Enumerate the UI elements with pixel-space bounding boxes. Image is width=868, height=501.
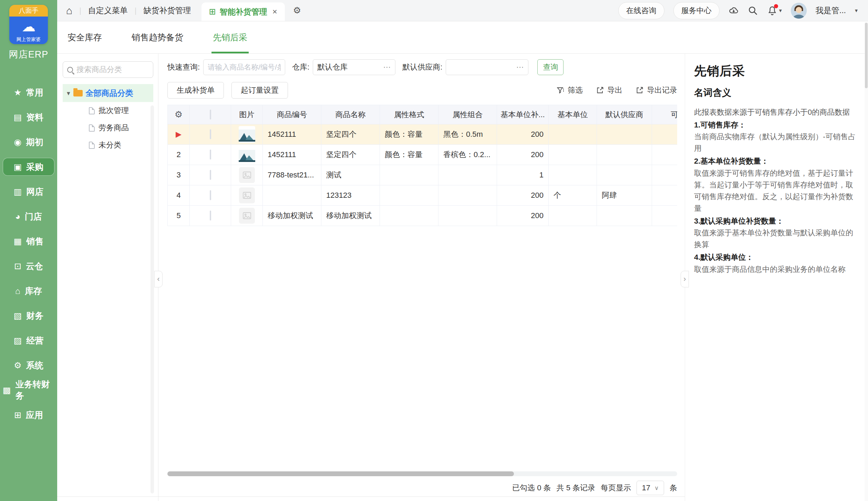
- active-tab-smart-replenish[interactable]: ⊞ 智能补货管理 ×: [202, 2, 285, 21]
- product-name: 网店ERP: [9, 48, 49, 61]
- user-avatar[interactable]: [791, 3, 807, 19]
- system-gear-icon: ⚙: [14, 360, 21, 370]
- active-tab-label: 智能补货管理: [220, 7, 267, 17]
- col-header-supplier[interactable]: 默认供应商: [597, 105, 652, 124]
- placeholder-image-icon: [239, 167, 255, 183]
- supplier-select[interactable]: ⋯: [446, 59, 528, 75]
- sidebar-item-online-shop[interactable]: ▥网店: [3, 183, 54, 201]
- tree-scrollbar[interactable]: [151, 105, 154, 493]
- category-search-box[interactable]: [63, 61, 153, 78]
- subtab-safety-stock[interactable]: 安全库存: [68, 21, 102, 53]
- col-header-base-qty[interactable]: 基本单位补...: [497, 105, 549, 124]
- sidebar-item-system[interactable]: ⚙系统: [3, 356, 54, 374]
- table-row[interactable]: 5 移动加权测试 移动加权测试 200: [168, 206, 678, 226]
- sidebar: 八面手 ☁ 网上管家婆 网店ERP ★常用 ▤资料 ◉期初 ▣采购 ▥网店 ◕门…: [0, 0, 57, 501]
- user-caret-icon[interactable]: ▾: [855, 7, 858, 14]
- sidebar-item-common[interactable]: ★常用: [3, 83, 54, 101]
- sidebar-item-apps[interactable]: ⊞应用: [3, 406, 54, 424]
- col-header-code[interactable]: 商品编号: [263, 105, 321, 124]
- home-icon[interactable]: ⌂: [66, 5, 72, 17]
- notifications[interactable]: ▾: [767, 6, 782, 16]
- collapse-right-handle[interactable]: ›: [681, 271, 689, 287]
- table-row[interactable]: ▶ 1452111 坚定四个 颜色：容量 黑色：0.5m 200: [168, 124, 678, 145]
- page-scrollbar[interactable]: [865, 22, 868, 501]
- folder-icon: [73, 90, 83, 96]
- sidebar-item-inventory[interactable]: ⌂库存: [3, 282, 54, 300]
- sidebar-item-operation[interactable]: ▨经营: [3, 331, 54, 349]
- col-header-attr-combo[interactable]: 属性组合: [438, 105, 497, 124]
- sidebar-item-data[interactable]: ▤资料: [3, 108, 54, 126]
- table-row[interactable]: 4 123123 200 个 阿肆: [168, 185, 678, 206]
- row-checkbox[interactable]: [210, 129, 211, 139]
- separator: |: [135, 6, 137, 15]
- sidebar-menu: ★常用 ▤资料 ◉期初 ▣采购 ▥网店 ◕门店 ▦销售 ⊡云仓 ⌂库存 ▧财务 …: [0, 76, 57, 431]
- generate-replenish-order-button[interactable]: 生成补货单: [167, 82, 224, 99]
- category-search-input[interactable]: [76, 65, 149, 74]
- filter-button[interactable]: 筛选: [556, 85, 583, 95]
- table-row[interactable]: 3 7788-test21... 测试 1: [168, 165, 678, 185]
- export-button[interactable]: 导出: [596, 85, 622, 95]
- query-button[interactable]: 查询: [537, 59, 564, 75]
- target-icon: ◉: [14, 137, 22, 147]
- row-checkbox[interactable]: [210, 170, 211, 180]
- service-center-button[interactable]: 服务中心: [673, 2, 720, 19]
- row-checkbox[interactable]: [210, 190, 211, 200]
- funnel-icon: [556, 86, 565, 94]
- sidebar-item-finance[interactable]: ▧财务: [3, 307, 54, 325]
- sidebar-item-sales[interactable]: ▦销售: [3, 232, 54, 250]
- tree-item-batch-mgmt[interactable]: 批次管理: [63, 102, 153, 119]
- per-page-label: 每页显示: [601, 483, 631, 493]
- search-icon[interactable]: [748, 6, 758, 16]
- col-header-base-unit[interactable]: 基本单位: [549, 105, 597, 124]
- page-size-select[interactable]: 17 ∨: [637, 481, 664, 495]
- horizontal-scrollbar[interactable]: [167, 471, 677, 476]
- product-image[interactable]: [239, 126, 255, 143]
- column-settings-gear-icon[interactable]: ⚙: [175, 109, 183, 120]
- select-caret-icon: ∨: [654, 484, 659, 492]
- select-all-checkbox[interactable]: [210, 110, 211, 120]
- warehouse-select[interactable]: 默认仓库 ⋯: [313, 59, 395, 75]
- cloud-download-icon[interactable]: [728, 6, 739, 16]
- online-consult-button[interactable]: 在线咨询: [618, 2, 664, 19]
- bell-caret-icon: ▾: [779, 7, 782, 14]
- col-header-name[interactable]: 商品名称: [321, 105, 380, 124]
- help-desc: 取值来源于基本单位补货数量与默认采购单位的换算: [694, 227, 858, 250]
- page-scrollbar-thumb[interactable]: [865, 23, 868, 88]
- subtab-sales-trend[interactable]: 销售趋势备货: [132, 21, 183, 53]
- pie-chart-icon: ◕: [15, 212, 20, 222]
- bottom-divider: [57, 497, 685, 497]
- col-header-clipped[interactable]: 可销: [652, 105, 678, 124]
- horizontal-scrollbar-thumb[interactable]: [167, 471, 514, 476]
- tree-item-uncategorized[interactable]: 未分类: [63, 136, 153, 154]
- nav-item-custom-menu[interactable]: 自定义菜单: [88, 5, 128, 16]
- tree-item-labor-goods[interactable]: 劳务商品: [63, 119, 153, 136]
- help-desc: 取值来源于商品信息中的采购业务的单位名称: [694, 264, 858, 275]
- table-row[interactable]: 2 1452111 坚定四个 颜色：容量 香槟色：0.2... 200: [168, 145, 678, 165]
- export-log-button[interactable]: 导出记录: [636, 85, 677, 95]
- row-checkbox[interactable]: [210, 150, 211, 160]
- sidebar-item-store[interactable]: ◕门店: [3, 207, 54, 225]
- collapse-left-handle[interactable]: ‹: [154, 271, 163, 287]
- help-term: 4.默认采购单位：: [694, 251, 858, 263]
- row-checkbox[interactable]: [210, 211, 211, 221]
- tab-settings-gear-icon[interactable]: ⚙: [293, 5, 301, 16]
- file-icon: [89, 107, 95, 114]
- sidebar-item-biz-to-finance[interactable]: ▩业务转财务: [3, 381, 54, 399]
- tree-root-all-categories[interactable]: ▾ 全部商品分类: [63, 84, 153, 102]
- quick-search-input[interactable]: [203, 59, 285, 75]
- subtab-sell-first-buy-later[interactable]: 先销后采: [213, 21, 247, 53]
- sidebar-item-cloud-warehouse[interactable]: ⊡云仓: [3, 257, 54, 275]
- col-header-image[interactable]: 图片: [231, 105, 263, 124]
- username[interactable]: 我是管...: [816, 5, 846, 16]
- nav-item-stockout-replenish[interactable]: 缺货补货管理: [144, 5, 191, 16]
- shop-icon: ▥: [14, 187, 22, 197]
- operation-icon: ▨: [14, 336, 22, 346]
- sidebar-item-initial[interactable]: ◉期初: [3, 133, 54, 151]
- sidebar-item-purchase[interactable]: ▣采购: [3, 158, 54, 176]
- col-header-attr-format[interactable]: 属性格式: [380, 105, 438, 124]
- help-panel: › 先销后采 名词含义 此报表数据来源于可销售库存小于0的商品数据 1.可销售库…: [685, 54, 868, 501]
- moq-settings-button[interactable]: 起订量设置: [231, 82, 288, 99]
- close-tab-icon[interactable]: ×: [272, 7, 277, 17]
- export-icon: [596, 86, 604, 94]
- product-image[interactable]: [239, 146, 255, 163]
